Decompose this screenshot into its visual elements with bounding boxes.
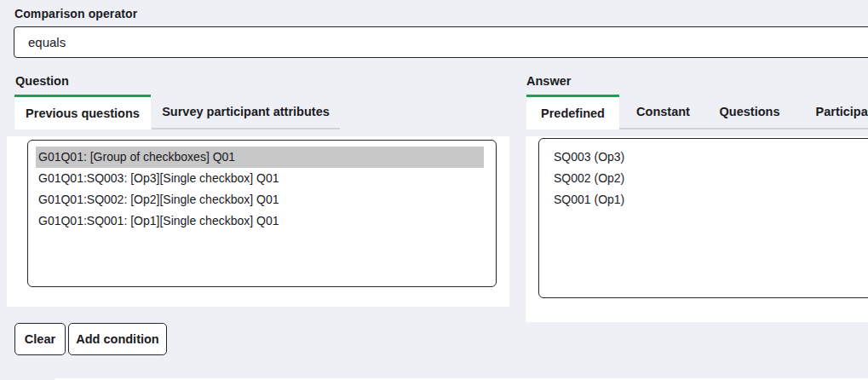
- comparison-operator-label: Comparison operator: [14, 7, 137, 20]
- tab-label: Constant: [636, 105, 690, 118]
- tab-label: Predefined: [541, 107, 605, 120]
- tab-survey-participant-attributes[interactable]: Survey participant attributes: [152, 95, 340, 130]
- answer-section-label: Answer: [526, 74, 571, 88]
- answer-listbox[interactable]: SQ003 (Op3) SQ002 (Op2) SQ001 (Op1): [538, 138, 868, 298]
- answer-option[interactable]: SQ002 (Op2): [551, 168, 868, 189]
- tab-questions[interactable]: Questions: [707, 95, 792, 130]
- tab-constant[interactable]: Constant: [619, 95, 707, 130]
- question-section-label: Question: [15, 74, 69, 88]
- question-option[interactable]: G01Q01:SQ002: [Op2][Single checkbox] Q01: [36, 189, 484, 210]
- question-option[interactable]: G01Q01:SQ003: [Op3][Single checkbox] Q01: [36, 168, 484, 189]
- question-listbox[interactable]: G01Q01: [Group of checkboxes] Q01 G01Q01…: [27, 140, 497, 287]
- answer-option[interactable]: SQ003 (Op3): [551, 147, 868, 168]
- comparison-operator-value: equals: [28, 35, 66, 49]
- tab-predefined[interactable]: Predefined: [526, 95, 619, 130]
- answer-option[interactable]: SQ001 (Op1): [551, 189, 868, 210]
- comparison-operator-select[interactable]: equals: [14, 26, 868, 58]
- question-option[interactable]: G01Q01:SQ001: [Op1][Single checkbox] Q01: [36, 210, 484, 232]
- add-condition-button-label: Add condition: [76, 332, 158, 346]
- tab-previous-questions[interactable]: Previous questions: [14, 95, 151, 130]
- add-condition-button[interactable]: Add condition: [68, 323, 167, 355]
- question-option[interactable]: G01Q01: [Group of checkboxes] Q01: [36, 147, 484, 168]
- condition-designer: Comparison operator equals Question Prev…: [0, 0, 868, 380]
- tab-label: Participant: [816, 105, 868, 118]
- tab-label: Previous questions: [26, 107, 140, 120]
- tab-label: Questions: [720, 105, 780, 118]
- clear-button[interactable]: Clear: [14, 323, 66, 355]
- tab-participant[interactable]: Participant: [792, 95, 868, 130]
- clear-button-label: Clear: [25, 332, 55, 346]
- tab-label: Survey participant attributes: [162, 105, 330, 118]
